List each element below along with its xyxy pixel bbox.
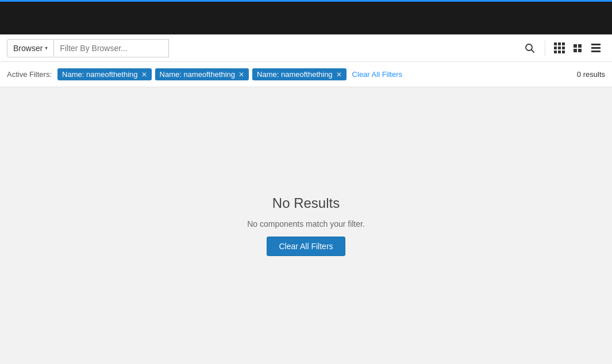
active-filters-label: Active Filters: — [7, 70, 52, 79]
results-count: 0 results — [577, 70, 605, 79]
toolbar-divider — [545, 40, 545, 56]
list-view-button[interactable] — [587, 39, 605, 57]
no-results-title: No Results — [272, 195, 340, 211]
chevron-down-icon: ▾ — [45, 45, 48, 51]
grid-medium-icon — [573, 44, 582, 52]
filter-tag-3: Name: nameofthething ✕ — [252, 68, 347, 80]
filter-tag-1-close[interactable]: ✕ — [141, 71, 147, 78]
filter-tag-1: Name: nameofthething ✕ — [57, 68, 152, 80]
filter-tag-1-text: Name: nameofthething — [62, 70, 138, 79]
search-button[interactable] — [519, 38, 540, 59]
grid-large-icon — [554, 42, 565, 53]
browser-dropdown[interactable]: Browser ▾ — [7, 39, 54, 57]
svg-line-1 — [532, 49, 534, 52]
accent-bar — [0, 0, 612, 2]
list-icon — [591, 44, 601, 52]
main-content: No Results No components match your filt… — [0, 87, 612, 364]
filter-tag-3-text: Name: nameofthething — [257, 70, 333, 79]
filter-tag-2: Name: nameofthething ✕ — [155, 68, 249, 80]
browser-dropdown-label: Browser — [13, 44, 43, 53]
filters-bar: Active Filters: Name: nameofthething ✕ N… — [0, 62, 612, 87]
filter-tag-2-close[interactable]: ✕ — [238, 71, 244, 78]
top-header-bar — [0, 0, 612, 34]
grid-medium-view-button[interactable] — [568, 39, 587, 57]
clear-all-filters-link[interactable]: Clear All Filters — [352, 70, 402, 79]
search-input[interactable] — [54, 39, 169, 57]
search-icon — [525, 43, 535, 53]
no-results-subtitle: No components match your filter. — [247, 219, 365, 229]
clear-filters-button[interactable]: Clear All Filters — [267, 237, 345, 256]
grid-large-view-button[interactable] — [550, 39, 568, 57]
filter-tag-2-text: Name: nameofthething — [160, 70, 236, 79]
toolbar: Browser ▾ — [0, 34, 612, 62]
filter-tag-3-close[interactable]: ✕ — [336, 71, 342, 78]
